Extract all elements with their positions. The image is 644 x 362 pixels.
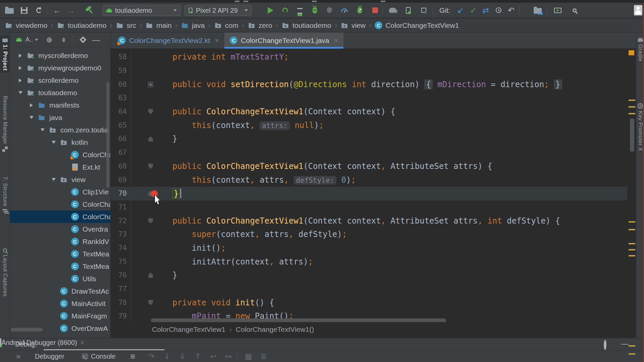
search-everywhere-icon[interactable]	[569, 4, 581, 16]
line-number[interactable]: 68	[111, 162, 127, 170]
git-update-icon[interactable]: ↙	[454, 4, 467, 16]
stripe-item-resource-manager[interactable]: Resource Manager	[0, 94, 10, 154]
tree-item-scrollerdemo[interactable]: scrollerdemo	[10, 74, 111, 86]
breadcrumb-item-ColorChangeTextView1[interactable]: ColorChangeTextView1	[375, 21, 459, 29]
breadcrumb-item-src[interactable]: src	[116, 21, 136, 29]
breadcrumb-item-view[interactable]: view	[340, 21, 366, 29]
close-icon[interactable]: ×	[80, 338, 85, 347]
line-number[interactable]: 66	[111, 135, 127, 143]
breadcrumb-item-com[interactable]: com	[214, 21, 238, 29]
run-configuration-select[interactable]: toutiaodemo	[103, 5, 180, 16]
attach-debugger-icon[interactable]: ↗	[354, 4, 366, 16]
tree-item-toutiaodemo[interactable]: toutiaodemo	[10, 86, 111, 99]
fold-collapse-icon[interactable]	[148, 218, 153, 224]
line-number[interactable]: 72	[111, 217, 127, 225]
chevron-right-icon[interactable]	[14, 78, 26, 82]
tree-item-utils[interactable]: Utils	[10, 273, 111, 285]
tab-colorchangetextview1-java[interactable]: ColorChangeTextView1.java ×	[224, 33, 343, 48]
git-merge-icon[interactable]: ⇄	[480, 4, 492, 16]
chevron-right-icon[interactable]	[14, 66, 26, 70]
drop-frame-icon[interactable]: ↩	[210, 352, 216, 361]
tree-item-manifests[interactable]: manifests	[10, 99, 111, 111]
fold-collapse-icon[interactable]	[148, 164, 153, 169]
chevron-down-icon[interactable]	[37, 128, 48, 131]
debug-session-tab[interactable]: Android Debugger (8600) ×	[0, 338, 644, 347]
tree-scrollbar[interactable]	[106, 82, 109, 188]
tree-hscrollbar[interactable]	[11, 328, 43, 331]
line-number[interactable]: 74	[111, 244, 127, 252]
menu-icon[interactable]: ≡	[130, 351, 135, 362]
gear-icon[interactable]	[604, 341, 606, 349]
breadcrumb-item-viewdemo[interactable]: viewdemo	[5, 21, 48, 29]
tree-item-view[interactable]: view	[10, 173, 111, 186]
profile-low-overhead-icon[interactable]	[323, 4, 335, 16]
run-button[interactable]	[264, 4, 276, 16]
apply-changes-icon[interactable]	[279, 4, 291, 16]
breadcrumb-item-main[interactable]: main	[145, 21, 172, 29]
stripe-item-1-project[interactable]: 1: Project	[0, 35, 10, 73]
chevron-down-icon[interactable]	[48, 178, 59, 181]
stripe-item-layout-captures[interactable]: Layout Captures	[0, 246, 10, 299]
stop-button[interactable]	[369, 4, 381, 16]
tree-item-myscrollerdemo[interactable]: myscrollerdemo	[10, 49, 111, 62]
tab-colorchangetextview2-kt[interactable]: ColorChangeTextView2.kt ×	[113, 33, 224, 48]
hide-panel-icon[interactable]: —	[90, 35, 103, 45]
evaluate-expression-icon[interactable]: ▦	[245, 352, 252, 361]
fold-expand-icon[interactable]: +	[148, 82, 153, 87]
project-view-selector[interactable]: A..	[25, 36, 38, 43]
chevron-down-icon[interactable]	[14, 91, 26, 94]
chevron-right-icon[interactable]	[25, 103, 37, 107]
chevron-right-icon[interactable]	[14, 54, 26, 58]
git-commit-icon[interactable]: ✓	[467, 4, 479, 16]
tab-console[interactable]: Console	[82, 353, 115, 360]
line-number[interactable]: 64	[111, 108, 127, 116]
forward-icon[interactable]: →	[65, 4, 77, 16]
profiler-icon[interactable]	[338, 4, 351, 16]
tree-item-java[interactable]: java	[10, 111, 111, 124]
line-number[interactable]: 71	[111, 203, 127, 211]
breadcrumb-method[interactable]: ColorChangeTextView1()	[236, 325, 314, 334]
close-icon[interactable]: ×	[215, 36, 219, 45]
tree-item-colorcha[interactable]: ColorCha	[10, 148, 111, 161]
tree-item-overdra[interactable]: Overdra	[10, 223, 111, 235]
line-number[interactable]: 67	[111, 148, 127, 157]
editor-hscrollbar[interactable]	[151, 318, 446, 322]
layout-settings-icon[interactable]: ≣	[260, 352, 267, 361]
step-into-icon[interactable]: ↓	[164, 352, 170, 361]
chevron-down-icon[interactable]	[25, 116, 37, 119]
step-over-icon[interactable]: ↷	[148, 352, 155, 361]
line-number[interactable]: 70	[111, 189, 127, 197]
save-all-icon[interactable]	[18, 4, 30, 16]
locate-file-icon[interactable]: ⊕	[42, 36, 57, 44]
tree-item-ext-kt[interactable]: Ext.kt	[10, 161, 111, 173]
editor-scrollbar[interactable]	[630, 118, 634, 152]
tree-item-colorcha[interactable]: ColorCha	[10, 210, 111, 223]
fold-end-icon[interactable]	[148, 273, 153, 278]
line-number[interactable]: 75	[111, 258, 127, 266]
gear-icon[interactable]	[76, 37, 90, 42]
tree-item-kotlin[interactable]: kotlin	[10, 136, 111, 148]
hide-panel-icon[interactable]: —	[621, 340, 629, 348]
tree-item-drawtestac[interactable]: DrawTestAc	[10, 285, 111, 297]
device-select[interactable]: Pixel 2 API 29	[184, 5, 252, 16]
tab-debugger[interactable]: Debugger	[35, 353, 64, 360]
gradle-sync-icon[interactable]: ↓	[386, 4, 398, 16]
step-out-icon[interactable]: ↑	[195, 352, 201, 361]
tree-item-colorcha[interactable]: ColorCha	[10, 198, 111, 210]
collapse-all-icon[interactable]	[57, 38, 70, 42]
device-file-explorer-icon[interactable]	[532, 4, 544, 16]
line-number[interactable]: 76	[111, 271, 127, 279]
build-hammer-icon[interactable]	[84, 4, 96, 16]
stripe-item-7-structure[interactable]: 7: Structure	[0, 175, 10, 216]
line-number[interactable]: 59	[111, 67, 127, 75]
force-step-into-icon[interactable]: ⇓	[179, 352, 185, 361]
line-number[interactable]: 79	[111, 312, 127, 320]
code-area[interactable]: 58private int mTextStartY;5960+public vo…	[111, 50, 627, 323]
fold-collapse-icon[interactable]	[148, 109, 153, 114]
line-number[interactable]: 78	[111, 299, 127, 307]
line-number[interactable]: 73	[111, 230, 127, 238]
breadcrumb-item-toutiaodemo[interactable]: toutiaodemo	[57, 21, 107, 29]
tree-item-com-zero-toutia[interactable]: com.zero.toutia	[10, 124, 111, 136]
open-file-icon[interactable]	[3, 4, 15, 16]
chevron-down-icon[interactable]	[48, 141, 59, 144]
